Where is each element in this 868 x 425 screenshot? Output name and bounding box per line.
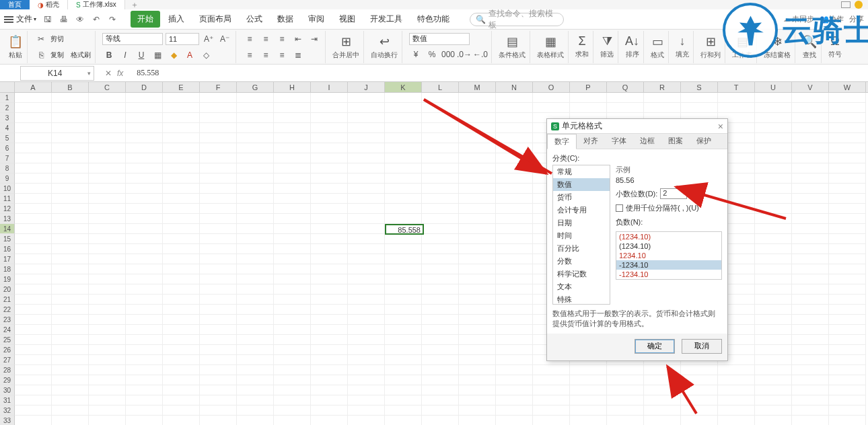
clear-format-icon[interactable]: ◇ bbox=[199, 48, 213, 62]
format-button[interactable]: ▭格式 bbox=[647, 31, 669, 63]
col-header[interactable]: U bbox=[755, 82, 792, 92]
font-size-select[interactable]: 11 bbox=[166, 33, 199, 45]
col-header[interactable]: Q bbox=[607, 82, 644, 92]
row-header[interactable]: 1 bbox=[0, 93, 15, 103]
row-header[interactable]: 13 bbox=[0, 214, 15, 224]
col-header[interactable]: P bbox=[570, 82, 607, 92]
row-header[interactable]: 27 bbox=[0, 355, 15, 365]
ribbon-tab-special[interactable]: 特色功能 bbox=[410, 11, 456, 28]
neg-option[interactable]: -1234.10 bbox=[616, 260, 721, 270]
neg-option[interactable]: (1234.10) bbox=[616, 232, 721, 241]
col-header[interactable]: A bbox=[15, 82, 52, 92]
decrease-font-icon[interactable]: A⁻ bbox=[218, 32, 231, 46]
col-header[interactable]: S bbox=[681, 82, 718, 92]
active-cell[interactable]: 85.558 bbox=[385, 224, 424, 235]
number-format-select[interactable]: 数值 bbox=[409, 33, 470, 45]
hamburger-icon[interactable] bbox=[4, 16, 13, 23]
row-header[interactable]: 6 bbox=[0, 143, 15, 153]
table-style-button[interactable]: ▦表格样式 bbox=[533, 31, 569, 63]
spreadsheet-grid[interactable]: A B C D E F G H I J K L M N O P Q R S T … bbox=[0, 82, 868, 425]
neg-option[interactable]: (1234.10) bbox=[616, 241, 721, 251]
rowcol-button[interactable]: ⊞行和列 bbox=[696, 31, 725, 63]
dialog-titlebar[interactable]: S 单元格格式 × bbox=[547, 119, 727, 134]
row-header[interactable]: 31 bbox=[0, 395, 15, 405]
align-right-icon[interactable]: ≡ bbox=[275, 48, 289, 62]
cat-currency[interactable]: 货币 bbox=[553, 191, 610, 204]
currency-icon[interactable]: ¥ bbox=[409, 48, 423, 61]
row-header[interactable]: 19 bbox=[0, 274, 15, 284]
col-header[interactable]: L bbox=[422, 82, 459, 92]
col-header[interactable]: K bbox=[385, 82, 422, 92]
dec-decimal-icon[interactable]: ←.0 bbox=[474, 48, 487, 61]
col-header[interactable]: B bbox=[52, 82, 89, 92]
col-header[interactable]: R bbox=[644, 82, 681, 92]
row-header[interactable]: 2 bbox=[0, 103, 15, 113]
ribbon-tab-insert[interactable]: 插入 bbox=[161, 11, 191, 28]
cat-fraction[interactable]: 分数 bbox=[553, 255, 610, 268]
indent-dec-icon[interactable]: ⇤ bbox=[291, 32, 305, 46]
col-header[interactable]: J bbox=[348, 82, 385, 92]
dlg-tab-protect[interactable]: 保护 bbox=[690, 134, 718, 149]
print-icon[interactable]: 🖶 bbox=[59, 15, 69, 24]
col-header[interactable]: I bbox=[311, 82, 348, 92]
dlg-tab-pattern[interactable]: 图案 bbox=[661, 134, 690, 149]
dlg-tab-number[interactable]: 数字 bbox=[547, 134, 577, 149]
col-header[interactable]: N bbox=[496, 82, 533, 92]
select-all-corner[interactable] bbox=[0, 82, 15, 92]
row-header[interactable]: 10 bbox=[0, 184, 15, 194]
cat-scientific[interactable]: 科学记数 bbox=[553, 268, 610, 280]
row-header[interactable]: 22 bbox=[0, 305, 15, 315]
ribbon-tab-view[interactable]: 视图 bbox=[332, 11, 362, 28]
bold-icon[interactable]: B bbox=[102, 48, 116, 62]
cat-general[interactable]: 常规 bbox=[553, 165, 610, 178]
ribbon-tab-review[interactable]: 审阅 bbox=[301, 11, 331, 28]
row-header[interactable]: 18 bbox=[0, 264, 15, 274]
col-header[interactable]: E bbox=[163, 82, 200, 92]
cat-number[interactable]: 数值 bbox=[553, 178, 610, 191]
file-menu[interactable]: 文件▾ bbox=[16, 13, 36, 25]
row-header[interactable]: 28 bbox=[0, 365, 15, 375]
row-header[interactable]: 33 bbox=[0, 416, 15, 425]
copy-icon[interactable]: ⎘ bbox=[34, 48, 48, 62]
row-header[interactable]: 16 bbox=[0, 244, 15, 254]
cat-time[interactable]: 时间 bbox=[553, 229, 610, 242]
font-name-select[interactable]: 等线 bbox=[102, 33, 163, 45]
paste-group[interactable]: 📋粘贴 bbox=[4, 31, 28, 63]
tab-home[interactable]: 首页 bbox=[0, 0, 30, 9]
ribbon-tab-formula[interactable]: 公式 bbox=[240, 11, 269, 28]
align-bot-icon[interactable]: ≡ bbox=[275, 32, 289, 46]
row-header[interactable]: 12 bbox=[0, 204, 15, 214]
ok-button[interactable]: 确定 bbox=[635, 339, 675, 354]
undo-icon[interactable]: ↶ bbox=[92, 15, 101, 24]
col-header[interactable]: G bbox=[237, 82, 274, 92]
row-header[interactable]: 20 bbox=[0, 284, 15, 295]
col-header[interactable]: O bbox=[533, 82, 570, 92]
row-header[interactable]: 8 bbox=[0, 163, 15, 173]
sum-button[interactable]: Σ求和 bbox=[571, 31, 593, 63]
format-painter-label[interactable]: 格式刷 bbox=[71, 50, 91, 60]
col-header[interactable]: D bbox=[126, 82, 163, 92]
cat-date[interactable]: 日期 bbox=[553, 217, 610, 229]
row-header[interactable]: 23 bbox=[0, 315, 15, 325]
col-header[interactable]: F bbox=[200, 82, 237, 92]
row-header[interactable]: 32 bbox=[0, 405, 15, 416]
row-header[interactable]: 9 bbox=[0, 173, 15, 184]
align-left-icon[interactable]: ≡ bbox=[243, 48, 256, 62]
save-icon[interactable]: 🖫 bbox=[43, 15, 52, 24]
row-header[interactable]: 26 bbox=[0, 345, 15, 355]
name-box[interactable]: K14▾ bbox=[20, 66, 94, 81]
dlg-tab-border[interactable]: 边框 bbox=[633, 134, 661, 149]
row-header[interactable]: 11 bbox=[0, 194, 15, 204]
align-center-icon[interactable]: ≡ bbox=[259, 48, 273, 62]
ribbon-tab-start[interactable]: 开始 bbox=[131, 11, 160, 28]
increase-font-icon[interactable]: A⁺ bbox=[202, 32, 215, 46]
percent-icon[interactable]: % bbox=[425, 48, 439, 61]
ribbon-tab-data[interactable]: 数据 bbox=[270, 11, 300, 28]
row-header[interactable]: 25 bbox=[0, 335, 15, 345]
close-icon[interactable]: × bbox=[718, 121, 723, 132]
formula-input[interactable]: 85.558 bbox=[130, 68, 868, 78]
row-header[interactable]: 3 bbox=[0, 113, 15, 123]
cat-special[interactable]: 特殊 bbox=[553, 293, 610, 305]
cat-percent[interactable]: 百分比 bbox=[553, 242, 610, 255]
merge-button[interactable]: ⊞合并居中 bbox=[328, 31, 364, 63]
